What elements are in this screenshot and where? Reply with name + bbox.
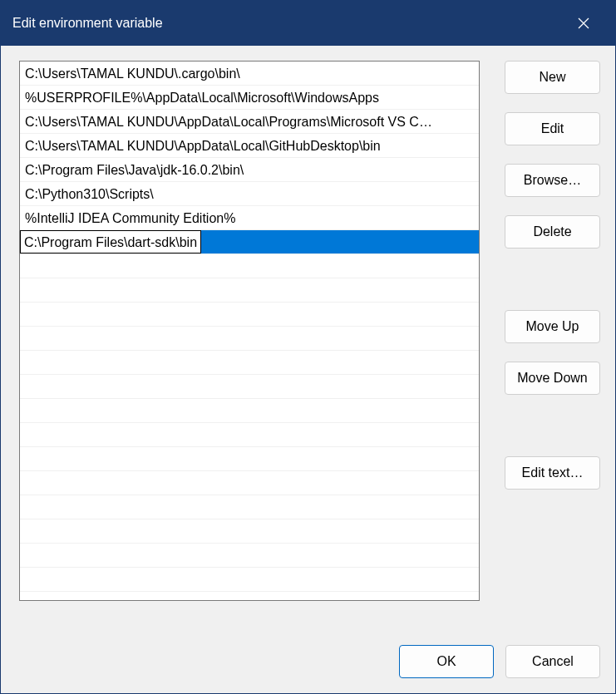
- dialog-body: C:\Users\TAMAL KUNDU\.cargo\bin\%USERPRO…: [1, 46, 615, 693]
- footer: OK Cancel: [19, 623, 600, 678]
- list-item[interactable]: C:\Program Files\Java\jdk-16.0.2\bin\: [20, 158, 479, 182]
- list-item[interactable]: [20, 519, 479, 544]
- list-item[interactable]: [20, 544, 479, 568]
- main-row: C:\Users\TAMAL KUNDU\.cargo\bin\%USERPRO…: [19, 61, 600, 623]
- list-item[interactable]: [20, 568, 479, 592]
- list-item[interactable]: C:\Python310\Scripts\: [20, 182, 479, 206]
- list-item[interactable]: [20, 495, 479, 519]
- side-buttons: New Edit Browse… Delete Move Up Move Dow…: [505, 61, 600, 623]
- list-item[interactable]: C:\Program Files\dart-sdk\bin: [20, 230, 479, 254]
- edit-button[interactable]: Edit: [505, 112, 600, 145]
- edit-text-button[interactable]: Edit text…: [505, 456, 600, 490]
- list-item[interactable]: C:\Users\TAMAL KUNDU\.cargo\bin\: [20, 62, 479, 86]
- list-item[interactable]: C:\Users\TAMAL KUNDU\AppData\Local\Progr…: [20, 110, 479, 134]
- browse-button[interactable]: Browse…: [505, 164, 600, 197]
- list-item[interactable]: [20, 303, 479, 327]
- close-icon: [577, 17, 590, 30]
- titlebar: Edit environment variable: [1, 1, 615, 46]
- list-item[interactable]: [20, 254, 479, 278]
- list-item[interactable]: [20, 375, 479, 399]
- path-edit-input[interactable]: C:\Program Files\dart-sdk\bin: [20, 230, 201, 253]
- list-item[interactable]: [20, 447, 479, 471]
- list-item[interactable]: %IntelliJ IDEA Community Edition%: [20, 206, 479, 230]
- path-list[interactable]: C:\Users\TAMAL KUNDU\.cargo\bin\%USERPRO…: [19, 61, 480, 601]
- list-item[interactable]: [20, 423, 479, 447]
- delete-button[interactable]: Delete: [505, 215, 600, 249]
- list-item[interactable]: [20, 278, 479, 303]
- dialog-title: Edit environment variable: [12, 16, 163, 31]
- move-down-button[interactable]: Move Down: [505, 362, 600, 395]
- list-item[interactable]: [20, 399, 479, 423]
- move-up-button[interactable]: Move Up: [505, 310, 600, 343]
- list-item[interactable]: C:\Users\TAMAL KUNDU\AppData\Local\GitHu…: [20, 134, 479, 158]
- ok-button[interactable]: OK: [399, 645, 494, 678]
- new-button[interactable]: New: [505, 61, 600, 94]
- cancel-button[interactable]: Cancel: [505, 645, 600, 678]
- list-item[interactable]: [20, 471, 479, 495]
- list-item[interactable]: [20, 327, 479, 351]
- close-button[interactable]: [565, 5, 602, 42]
- list-item[interactable]: %USERPROFILE%\AppData\Local\Microsoft\Wi…: [20, 86, 479, 110]
- list-item[interactable]: [20, 351, 479, 375]
- dialog-window: Edit environment variable C:\Users\TAMAL…: [0, 0, 616, 694]
